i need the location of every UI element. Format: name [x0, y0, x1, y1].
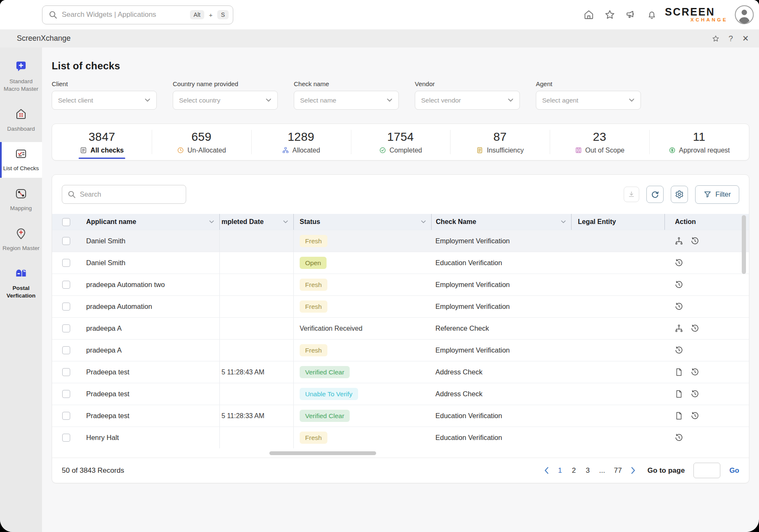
chevron-down-icon[interactable] [283, 220, 288, 224]
sidebar-item-mapping[interactable]: Mapping [0, 182, 42, 218]
completed-date-cell: 5 11:28:33 AM [219, 405, 293, 427]
sidebar-item-postal-verification[interactable]: Postal Verfication [0, 262, 42, 305]
vertical-scrollbar[interactable] [742, 215, 746, 274]
history-icon[interactable] [675, 280, 683, 289]
history-icon[interactable] [690, 324, 699, 333]
notifications-bell-icon[interactable] [646, 9, 657, 20]
stat-tab-approval-request[interactable]: 11Approval request [649, 124, 749, 160]
sidebar-item-dashboard[interactable]: Dashboard [0, 103, 42, 138]
document-icon[interactable] [675, 390, 683, 398]
chevron-down-icon[interactable] [561, 220, 566, 224]
select-all-checkbox[interactable] [62, 218, 70, 226]
applicant-cell: Pradeepa test [80, 361, 219, 383]
toolbar-buttons: Filter [624, 185, 739, 204]
history-icon[interactable] [675, 302, 683, 311]
row-checkbox[interactable] [62, 346, 70, 354]
table-row[interactable]: Pradeepa test5 11:28:33 AMVerified Clear… [52, 405, 749, 427]
history-icon[interactable] [690, 237, 699, 245]
history-icon[interactable] [675, 258, 683, 267]
table-row[interactable]: pradeepa AVerification ReceivedReference… [52, 317, 749, 339]
go-button[interactable]: Go [729, 466, 739, 475]
close-icon[interactable]: ✕ [742, 34, 749, 42]
favorites-star-icon[interactable] [604, 9, 615, 20]
row-checkbox[interactable] [62, 281, 70, 289]
table-row[interactable]: Pradeepa test5 11:28:43 AMVerified Clear… [52, 361, 749, 383]
row-checkbox[interactable] [62, 390, 70, 398]
global-search-input[interactable] [62, 11, 186, 19]
chevron-down-icon[interactable] [421, 220, 426, 224]
next-page-icon[interactable] [631, 467, 635, 474]
row-checkbox[interactable] [62, 303, 70, 311]
table-search-input[interactable] [80, 191, 181, 198]
page-number[interactable]: 2 [572, 466, 577, 475]
table-row[interactable]: Daniel SmithOpenEducation Verification [52, 252, 749, 274]
previous-page-icon[interactable] [544, 467, 549, 474]
avatar[interactable] [735, 5, 754, 24]
filter-check-name: Check nameSelect name [294, 80, 399, 110]
history-icon[interactable] [690, 368, 699, 377]
announcements-megaphone-icon[interactable] [625, 9, 636, 20]
stat-tab-out-of-scope[interactable]: 23Out of Scope [550, 124, 649, 160]
check-name-cell: Employment Verification [431, 296, 571, 317]
page-number[interactable]: 3 [585, 466, 590, 475]
stat-tab-un-allocated[interactable]: 659Un-Allocated [152, 124, 251, 160]
stat-tab-all-checks[interactable]: 3847All checks [52, 124, 152, 160]
stat-tab-completed[interactable]: 1754Completed [351, 124, 451, 160]
filter-select-country[interactable]: Select country [173, 91, 278, 110]
stat-all-icon [80, 147, 87, 154]
settings-button[interactable] [671, 186, 688, 203]
table-row[interactable]: pradeepa Automation twoFreshEmployment V… [52, 274, 749, 295]
sidebar-item-label: Mapping [2, 205, 40, 212]
row-checkbox[interactable] [62, 237, 70, 245]
stat-count: 87 [493, 130, 507, 144]
hierarchy-icon[interactable] [675, 237, 683, 245]
stat-tab-allocated[interactable]: 1289Allocated [251, 124, 351, 160]
region-icon [14, 227, 28, 240]
history-icon[interactable] [675, 346, 683, 355]
filter-select-placeholder: Select country [179, 97, 220, 104]
sidebar-item-standard-macro-master[interactable]: Standard Macro Master [0, 55, 42, 98]
history-icon[interactable] [690, 390, 699, 398]
row-checkbox[interactable] [62, 434, 70, 442]
refresh-button[interactable] [646, 186, 664, 203]
history-icon[interactable] [675, 433, 683, 442]
table-row[interactable]: Pradeepa testUnable To VerifyAddress Che… [52, 383, 749, 405]
scroll-zone [52, 448, 749, 458]
filter-select-vendor[interactable]: Select vendor [415, 91, 520, 110]
sidebar-item-region-master[interactable]: Region Master [0, 222, 42, 258]
stat-tab-insufficiency[interactable]: 87Insufficiency [450, 124, 550, 160]
row-checkbox[interactable] [62, 368, 70, 376]
filter-label: Client [52, 80, 157, 87]
hierarchy-icon[interactable] [675, 324, 683, 333]
table-search[interactable] [62, 185, 186, 204]
chevron-down-icon[interactable] [209, 220, 214, 224]
filter-button[interactable]: Filter [695, 185, 739, 204]
home-icon[interactable] [583, 9, 594, 20]
global-search[interactable]: Alt + S [42, 5, 233, 24]
document-icon[interactable] [675, 411, 683, 420]
history-icon[interactable] [690, 411, 699, 420]
table-row[interactable]: pradeepa AutomationFreshEmployment Verif… [52, 295, 749, 317]
filter-client: ClientSelect client [52, 80, 157, 110]
page-number[interactable]: 77 [614, 466, 622, 475]
stat-label: Allocated [293, 147, 320, 154]
row-checkbox[interactable] [62, 324, 70, 332]
favorite-window-star-icon[interactable] [712, 35, 719, 42]
row-checkbox[interactable] [62, 412, 70, 420]
table-row[interactable]: Daniel SmithFreshEmployment Verification [52, 230, 749, 252]
legal-entity-cell [571, 296, 664, 317]
goto-page-input[interactable] [693, 463, 720, 478]
check-name: Address Check [435, 390, 482, 398]
legal-entity-cell [571, 405, 664, 427]
table-row[interactable]: Henry HaltFreshEducation Verification [52, 427, 749, 448]
horizontal-scrollbar[interactable] [269, 451, 376, 455]
help-icon[interactable]: ? [729, 34, 733, 42]
filter-select-check-name[interactable]: Select name [294, 91, 399, 110]
document-icon[interactable] [675, 368, 683, 377]
filter-select-client[interactable]: Select client [52, 91, 157, 110]
sidebar-item-list-of-checks[interactable]: List of Checks [0, 142, 42, 178]
page-number[interactable]: 1 [558, 466, 563, 475]
row-checkbox[interactable] [62, 259, 70, 267]
table-row[interactable]: pradeepa AFreshEmployment Verification [52, 339, 749, 361]
filter-select-agent[interactable]: Select agent [536, 91, 641, 110]
